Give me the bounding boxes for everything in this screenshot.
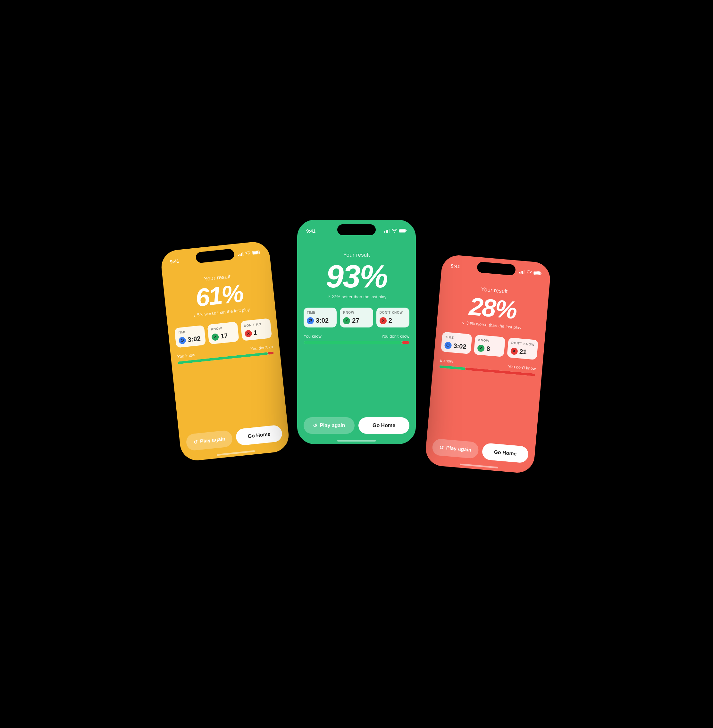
dynamic-island-green [337, 224, 376, 235]
red-buttons-row: ↺ Play again Go Home [432, 438, 529, 463]
green-play-again-icon: ↺ [313, 423, 317, 429]
svg-rect-17 [534, 271, 540, 275]
green-stat-know: KNOW ✓ 27 [340, 308, 373, 328]
yellow-buttons-row: ↺ Play again Go Home [186, 424, 283, 451]
red-dontknow-label: You don't know [508, 364, 536, 371]
svg-rect-12 [519, 272, 520, 273]
green-bar-labels: You know You don't know [304, 334, 409, 339]
phone-red-content: Your result 28% ↘ 34% worse than the las… [424, 254, 552, 474]
green-know-bar-section: You know You don't know [304, 334, 409, 344]
red-time-icon: ⏱ [445, 342, 452, 349]
red-bar-green [439, 365, 465, 370]
yellow-stat-time-label: TIME [178, 330, 187, 335]
status-icons-yellow [238, 250, 261, 256]
green-stat-dontknow: DON'T KNOW ✕ 2 [376, 308, 409, 328]
green-dontknow-label: You don't know [382, 334, 409, 339]
green-stats-row: TIME ⏱ 3:02 KNOW ✓ 27 DON'T KNOW [304, 308, 409, 328]
green-buttons-row: ↺ Play again Go Home [304, 417, 409, 434]
red-stat-know: KNOW ✓ 8 [474, 335, 505, 357]
yellow-go-home-button[interactable]: Go Home [235, 424, 283, 446]
svg-rect-15 [523, 270, 525, 274]
red-stat-know-label: KNOW [478, 338, 489, 342]
green-home-indicator [337, 440, 376, 442]
green-stat-time-label: TIME [307, 311, 315, 314]
yellow-know-label: You know [177, 353, 195, 359]
status-icons-red [519, 269, 542, 275]
yellow-stat-know-label: KNOW [210, 326, 222, 331]
red-know-icon: ✓ [477, 344, 485, 352]
yellow-time-icon: ⏱ [179, 336, 186, 344]
red-dontknow-icon: ✕ [510, 347, 518, 355]
phone-green-content: Your result 93% ↗ 23% better than the la… [297, 220, 416, 444]
red-play-again-button[interactable]: ↺ Play again [432, 438, 479, 459]
red-stat-know-value: ✓ 8 [477, 344, 491, 353]
green-know-label: You know [304, 334, 322, 339]
status-time-green: 9:41 [306, 228, 315, 234]
green-bar-track [304, 341, 409, 344]
svg-rect-8 [387, 230, 388, 233]
yellow-dontknow-icon: ✕ [244, 330, 252, 337]
yellow-stats-row: TIME ⏱ 3:02 KNOW ✓ 17 DON'T KN [175, 318, 272, 348]
yellow-stat-time: TIME ⏱ 3:02 [175, 325, 206, 348]
green-bar-red [402, 341, 409, 344]
green-play-again-button[interactable]: ↺ Play again [304, 417, 355, 434]
green-bar-green [304, 341, 402, 344]
green-result-label: Your result [343, 252, 370, 258]
yellow-play-again-icon: ↺ [193, 439, 198, 445]
red-stat-dontknow-value: ✕ 21 [510, 347, 527, 356]
phone-yellow: 9:41 Your result 61% ↘ 5% worse than the… [160, 240, 290, 462]
green-go-home-button[interactable]: Go Home [358, 417, 409, 434]
green-stat-dontknow-value: ✕ 2 [380, 317, 392, 324]
yellow-dontknow-label: You don't kn [250, 344, 273, 351]
yellow-result-percent: 61% [194, 280, 244, 310]
red-stat-time-value: ⏱ 3:02 [445, 341, 467, 351]
green-result-change: ↗ 23% better than the last play [327, 294, 386, 299]
green-time-icon: ⏱ [307, 317, 314, 324]
yellow-stat-know-value: ✓ 17 [211, 332, 228, 341]
red-stat-dontknow-label: DON'T KNOW [511, 341, 535, 346]
svg-rect-6 [384, 231, 385, 233]
phone-red: 9:41 Your result 28% ↘ 34% worse than th… [424, 254, 552, 474]
green-stat-dontknow-label: DON'T KNOW [380, 311, 403, 314]
yellow-play-again-button[interactable]: ↺ Play again [186, 430, 233, 451]
red-result-percent: 28% [468, 293, 518, 323]
red-stats-row: TIME ⏱ 3:02 KNOW ✓ 8 DON'T KNOW [441, 332, 538, 360]
yellow-know-icon: ✓ [211, 333, 219, 341]
phone-yellow-content: Your result 61% ↘ 5% worse than the last… [160, 240, 290, 462]
green-stat-know-value: ✓ 27 [343, 317, 359, 324]
svg-rect-2 [241, 253, 242, 256]
yellow-stat-dontknow-label: DON'T KN [244, 322, 261, 328]
svg-rect-13 [520, 271, 522, 274]
svg-rect-9 [389, 229, 390, 233]
green-stat-time: TIME ⏱ 3:02 [304, 308, 337, 328]
red-stat-time-label: TIME [445, 335, 454, 339]
svg-rect-14 [522, 271, 523, 274]
yellow-stat-dontknow-value: ✕ 1 [244, 329, 257, 337]
red-stat-dontknow: DON'T KNOW ✕ 21 [507, 337, 538, 360]
status-time-red: 9:41 [451, 263, 460, 269]
phone-green: 9:41 Your result 93% ↗ 23% better than t… [297, 220, 416, 444]
yellow-know-bar-section: You know You don't kn [177, 344, 274, 364]
yellow-stat-time-value: ⏱ 3:02 [179, 335, 201, 344]
yellow-stat-know: KNOW ✓ 17 [207, 322, 239, 344]
svg-rect-11 [399, 229, 406, 232]
green-result-percent: 93% [326, 260, 387, 292]
yellow-bar-red [268, 351, 274, 355]
red-stat-time: TIME ⏱ 3:02 [441, 332, 472, 354]
red-go-home-button[interactable]: Go Home [482, 443, 529, 463]
svg-rect-7 [386, 231, 387, 233]
svg-rect-5 [253, 251, 259, 254]
red-know-bar-section: u know You don't know [439, 358, 536, 376]
svg-rect-0 [238, 255, 240, 256]
green-know-icon: ✓ [343, 317, 350, 324]
status-time-yellow: 9:41 [170, 258, 179, 264]
yellow-stat-dontknow: DON'T KN ✕ 1 [240, 318, 272, 341]
red-play-again-icon: ↺ [439, 444, 444, 451]
status-icons-green [384, 229, 407, 233]
green-stat-know-label: KNOW [343, 311, 354, 314]
green-stat-time-value: ⏱ 3:02 [307, 317, 329, 324]
green-dontknow-icon: ✕ [380, 317, 386, 324]
red-know-label: u know [440, 358, 453, 364]
svg-rect-3 [242, 252, 243, 256]
svg-rect-1 [240, 254, 241, 256]
